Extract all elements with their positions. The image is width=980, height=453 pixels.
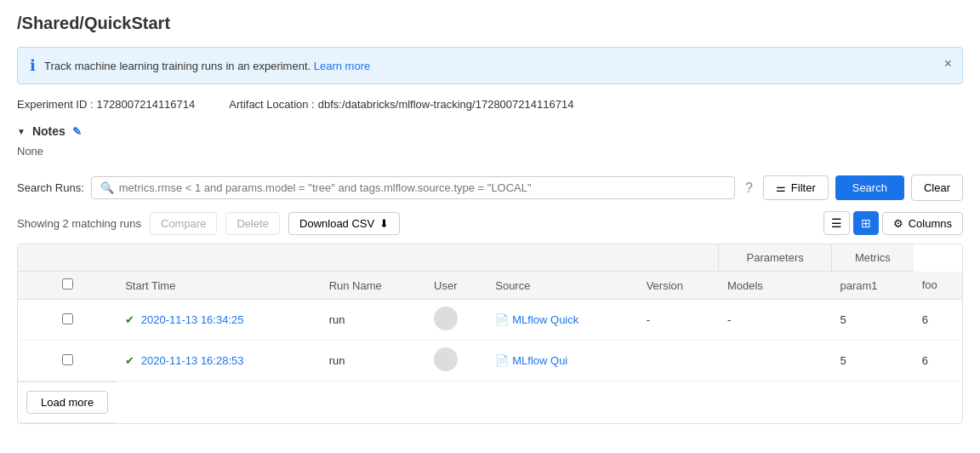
col-foo: foo xyxy=(914,272,962,300)
columns-label: Columns xyxy=(909,217,952,230)
row-run-name: run xyxy=(321,300,425,341)
superheader-row: Parameters Metrics xyxy=(18,244,962,272)
row-param1: 5 xyxy=(831,300,913,341)
search-icon: 🔍 xyxy=(100,181,114,194)
view-controls: ☰ ⊞ ⚙ Columns xyxy=(823,211,963,235)
notes-edit-icon[interactable]: ✎ xyxy=(72,125,82,138)
row-user xyxy=(425,341,487,381)
grid-view-button[interactable]: ⊞ xyxy=(853,211,879,235)
experiment-id-value: 1728007214116714 xyxy=(97,98,196,111)
delete-button[interactable]: Delete xyxy=(225,212,280,235)
banner-text: Track machine learning training runs in … xyxy=(44,60,370,72)
columns-button[interactable]: ⚙ Columns xyxy=(882,212,963,235)
col-source: Source xyxy=(487,272,637,300)
runs-table: Parameters Metrics Start Time Run Name U… xyxy=(18,244,962,423)
table-row: ✔ 2020-11-13 16:34:25 run 📄 MLflow Quick… xyxy=(18,300,962,341)
source-file-icon: 📄 xyxy=(495,354,509,367)
row-version: - xyxy=(638,300,719,341)
row-source: 📄 MLflow Qui xyxy=(487,341,637,381)
artifact-label: Artifact Location : xyxy=(229,98,314,111)
results-count: Showing 2 matching runs xyxy=(17,217,141,230)
parameters-header: Parameters xyxy=(719,244,832,272)
avatar xyxy=(434,307,458,330)
filter-button[interactable]: ⚌ Filter xyxy=(763,175,829,200)
run-link[interactable]: 2020-11-13 16:28:53 xyxy=(141,354,244,367)
row-models: - xyxy=(719,300,832,341)
page-title: /Shared/QuickStart xyxy=(17,14,963,33)
metrics-header: Metrics xyxy=(831,244,913,272)
base-columns-header xyxy=(18,244,719,272)
row-run-name: run xyxy=(321,341,425,381)
table-row: ✔ 2020-11-13 16:28:53 run 📄 MLflow Qui xyxy=(18,341,962,381)
row-start-time: ✔ 2020-11-13 16:28:53 xyxy=(117,341,320,381)
row-foo: 6 xyxy=(914,341,962,381)
row-user xyxy=(425,300,487,341)
row-version xyxy=(638,341,719,381)
filter-label: Filter xyxy=(791,181,816,194)
download-icon: ⬇ xyxy=(379,217,389,230)
col-models: Models xyxy=(719,272,832,300)
col-start-time: Start Time xyxy=(117,272,320,300)
meta-row: Experiment ID : 1728007214116714 Artifac… xyxy=(17,98,963,111)
search-runs-label: Search Runs: xyxy=(17,181,84,194)
status-ok-icon: ✔ xyxy=(125,354,134,367)
row-param1: 5 xyxy=(831,341,913,381)
row-source: 📄 MLflow Quick xyxy=(487,300,637,341)
load-more-cell: Load more xyxy=(18,381,117,423)
row-checkbox-cell xyxy=(18,300,117,341)
col-param1: param1 xyxy=(831,272,913,300)
info-icon: ℹ xyxy=(30,56,36,75)
learn-more-link[interactable]: Learn more xyxy=(314,60,370,72)
artifact-location: Artifact Location : dbfs:/databricks/mlf… xyxy=(229,98,573,111)
list-view-button[interactable]: ☰ xyxy=(823,211,850,235)
col-user: User xyxy=(425,272,487,300)
status-ok-icon: ✔ xyxy=(125,313,134,326)
clear-button[interactable]: Clear xyxy=(911,175,963,201)
select-all-checkbox-header xyxy=(18,272,117,300)
col-run-name: Run Name xyxy=(321,272,425,300)
download-label: Download CSV xyxy=(299,217,374,230)
source-link[interactable]: 📄 MLflow Qui xyxy=(495,354,629,367)
row-checkbox-cell xyxy=(18,341,117,381)
source-file-icon: 📄 xyxy=(495,313,509,326)
notes-label: Notes xyxy=(32,124,66,138)
row-checkbox[interactable] xyxy=(62,313,73,324)
artifact-value: dbfs:/databricks/mlflow-tracking/1728007… xyxy=(318,98,574,111)
info-banner: ℹ Track machine learning training runs i… xyxy=(17,47,963,84)
column-headers-row: Start Time Run Name User Source Version … xyxy=(18,272,962,300)
search-input[interactable] xyxy=(119,181,726,194)
notes-content: None xyxy=(17,145,963,158)
row-start-time: ✔ 2020-11-13 16:34:25 xyxy=(117,300,320,341)
notes-arrow: ▼ xyxy=(17,127,26,136)
gear-icon: ⚙ xyxy=(893,217,903,230)
runs-table-wrapper: Parameters Metrics Start Time Run Name U… xyxy=(17,244,963,424)
select-all-checkbox[interactable] xyxy=(62,278,73,290)
banner-close-button[interactable]: × xyxy=(944,56,952,72)
row-checkbox[interactable] xyxy=(62,354,73,365)
compare-button[interactable]: Compare xyxy=(150,212,217,235)
download-csv-button[interactable]: Download CSV ⬇ xyxy=(288,212,400,235)
col-version: Version xyxy=(638,272,719,300)
search-runs-row: Search Runs: 🔍 ? ⚌ Filter Search Clear xyxy=(17,175,963,201)
row-models xyxy=(719,341,832,381)
row-foo: 6 xyxy=(914,300,962,341)
avatar xyxy=(434,347,458,371)
notes-section-header[interactable]: ▼ Notes ✎ xyxy=(17,124,963,138)
run-link[interactable]: 2020-11-13 16:34:25 xyxy=(141,313,244,326)
load-more-button[interactable]: Load more xyxy=(26,391,108,414)
search-button[interactable]: Search xyxy=(835,175,904,200)
experiment-id-label: Experiment ID : xyxy=(17,98,94,111)
load-more-row: Load more xyxy=(18,381,962,424)
results-row: Showing 2 matching runs Compare Delete D… xyxy=(17,211,963,235)
help-button[interactable]: ? xyxy=(742,177,756,199)
source-link[interactable]: 📄 MLflow Quick xyxy=(495,313,629,326)
search-input-wrapper: 🔍 xyxy=(91,176,735,199)
experiment-id: Experiment ID : 1728007214116714 xyxy=(17,98,195,111)
filter-icon: ⚌ xyxy=(776,181,786,194)
